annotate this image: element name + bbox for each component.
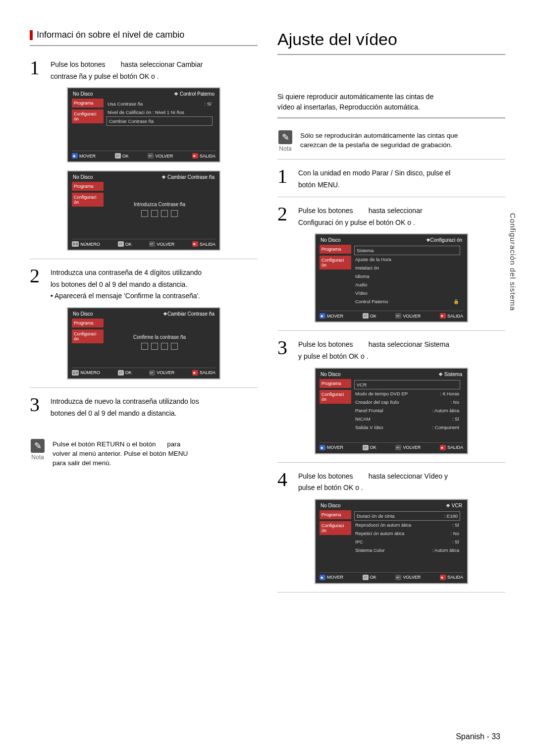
r4b: hasta seleccionar Vídeo y (369, 472, 448, 480)
row-l: IPC (355, 539, 363, 544)
row: Vídeo (355, 290, 368, 296)
key-icon: ■ (192, 153, 198, 159)
step-number: 2 (30, 266, 44, 301)
n2: volver al menú anterior. Pulse el botón … (53, 450, 188, 457)
r3a: Pulse los botones (298, 340, 353, 348)
row-r: : No (451, 399, 459, 405)
row-l: Creador del cap ítulo (355, 399, 399, 405)
row: Sistema (357, 248, 374, 253)
btm-mover: MOVER (327, 575, 343, 580)
btm-volver: VOLVER (157, 370, 174, 375)
row-r: : Autom ática (432, 408, 459, 413)
left-column: Informaci ón sobre el nivel de cambio 1 … (30, 30, 258, 599)
btm-ok: OK (370, 314, 376, 319)
key-icon: ⏎ (118, 370, 124, 376)
osd-nodisc: No Disco (73, 91, 93, 97)
rn1: Sólo se reproducirán automáticamente las… (300, 132, 458, 139)
step-number: 3 (277, 338, 291, 361)
row-l: NICAM (355, 416, 371, 422)
row-l: VCR (357, 382, 367, 387)
btm-mover: MOVER (327, 314, 343, 319)
row-l: Duraci ón de cinta (357, 513, 395, 519)
key-icon: ■ (440, 575, 446, 580)
step-number: 1 (30, 58, 44, 81)
key-icon: ⏎ (363, 575, 369, 580)
step-number: 1 (277, 166, 291, 190)
divider (30, 45, 258, 46)
osd-sidetab: Configuraci ón (320, 256, 351, 270)
row-r: : Autom ática (432, 547, 459, 553)
btm-salida: SALIDA (200, 154, 215, 159)
key-icon: ■ (440, 445, 446, 450)
step-text: Pulse los botones hasta seleccionar Sist… (298, 338, 449, 361)
osd-sidetab: Programa (320, 379, 351, 388)
btm-volver: VOLVER (155, 154, 173, 159)
divider (30, 259, 258, 259)
r4a: Pulse los botones (298, 472, 353, 480)
row-r: : Sí (452, 522, 459, 528)
divider (277, 592, 505, 593)
step-text: Pulse los botones hasta seleccionar Camb… (51, 58, 203, 81)
btm-salida: SALIDA (447, 575, 463, 580)
key-icon: ↩ (148, 153, 154, 159)
step-number: 3 (30, 395, 44, 418)
r1b: botón MENU. (298, 180, 450, 190)
osd-title: ❖Cambiar Contrase ña (163, 311, 214, 317)
nota-text: Pulse el botón RETURN o el botón para vo… (53, 439, 188, 468)
osd-title: ❖ Control Paterno (174, 91, 214, 97)
key-icon: 0-9 (72, 241, 79, 247)
osd-sidetab: Programa (72, 99, 104, 108)
osd-sidetab: Configuraci ón (72, 329, 104, 343)
divider (277, 54, 505, 55)
step1-line2: contrase ña y pulse el botón OK o . (51, 72, 203, 82)
osd-title: ❖ Cambiar Contrase ña (161, 174, 214, 180)
left-step-1: 1 Pulse los botones hasta seleccionar Ca… (30, 58, 258, 81)
osd-title: ❖ VCR (446, 503, 462, 508)
btm-salida: SALIDA (447, 445, 463, 450)
row: Nivel de Calificaci ón : Nivel 1 Ni ños (107, 109, 184, 115)
right-column: Ajuste del vídeo Si quiere reproducir au… (277, 30, 505, 599)
osd-sidetab: Programa (320, 245, 351, 254)
osd-nodisc: No Disco (321, 372, 341, 377)
row-l: Sistema Color (355, 547, 385, 553)
key-icon: ■ (192, 241, 198, 247)
step-text: Pulse los botones hasta seleccionar Conf… (298, 204, 423, 227)
left-heading-row: Informaci ón sobre el nivel de cambio (30, 30, 258, 40)
key-icon: ◆ (320, 575, 325, 580)
right-step-2: 2 Pulse los botones hasta seleccionar Co… (277, 204, 505, 227)
row-r: : Sí (452, 539, 459, 544)
osd-vcr: No Disco ❖ VCR Programa Configuraci ón D… (315, 499, 468, 584)
rn2: carezcan de la pestaña de seguridad de g… (300, 141, 452, 149)
password-boxes (107, 210, 213, 217)
key-icon: ⏎ (115, 153, 121, 159)
btm-volver: VOLVER (403, 445, 421, 450)
step-text: Introduzca de nuevo la contraseña utiliz… (51, 395, 199, 418)
l3a: Introduzca de nuevo la contraseña utiliz… (51, 397, 199, 405)
nota-label: Nota (31, 454, 44, 461)
osd-sidetab: Configuraci ón (72, 193, 104, 207)
row-r: : E180 (444, 513, 458, 519)
osd-sidetab: Configuraci ón (72, 109, 104, 123)
password-boxes (107, 343, 213, 350)
btm-salida: SALIDA (200, 370, 215, 375)
key-icon: ↩ (149, 241, 155, 247)
n1b: para (167, 440, 180, 448)
left-step-3: 3 Introduzca de nuevo la contraseña util… (30, 395, 258, 418)
divider (277, 330, 505, 331)
btm-ok: OK (125, 242, 132, 247)
r2a: Pulse los botones (298, 207, 353, 215)
side-tab-label: Configuración del sistema (509, 213, 517, 311)
ri1: Si quiere reproducir automáticamente las… (277, 93, 433, 101)
step-number: 4 (277, 470, 291, 493)
r1a: Con la unidad en modo Parar / Sin disco,… (298, 169, 450, 177)
right-title: Ajuste del vídeo (277, 30, 505, 49)
row-l: Panel Frontal (355, 408, 383, 413)
r2c: Configuraci ón y pulse el botón OK o . (298, 218, 423, 228)
btm-mover: MOVER (327, 445, 343, 450)
osd-sidetab: Programa (320, 510, 351, 519)
osd-cambiar-contrasena: No Disco ❖ Cambiar Contrase ña Programa … (67, 170, 220, 251)
btm-ok: OK (122, 154, 129, 159)
l2c: • Aparecerá el mensaje 'Confirme la cont… (51, 291, 202, 301)
key-icon: ⏎ (363, 445, 369, 450)
row-l: Salida V ídeo (355, 425, 383, 430)
